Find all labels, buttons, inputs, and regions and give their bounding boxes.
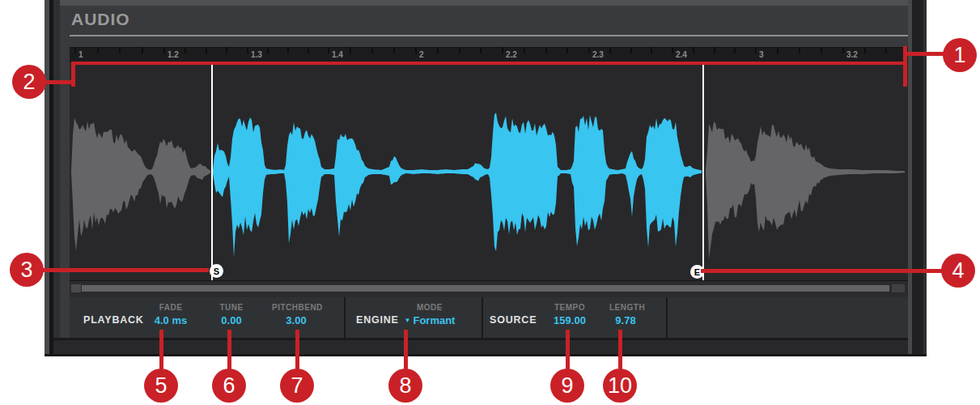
end-marker-line[interactable] — [702, 62, 704, 280]
toolbar-divider — [344, 297, 346, 338]
callout-line-4 — [701, 269, 958, 273]
ruler-label: 1.3 — [251, 50, 262, 59]
ruler-tick — [185, 48, 186, 53]
ruler-tick — [609, 48, 611, 53]
param-label: MODE — [402, 303, 457, 312]
toolbar-section-title-playback: PLAYBACK — [83, 314, 144, 326]
callout-number-9: 9 — [550, 369, 584, 403]
param-length: LENGTH9.78 — [609, 297, 642, 338]
param-label: LENGTH — [609, 303, 642, 312]
ruler-tick — [693, 48, 694, 53]
param-value-dropdown[interactable]: ▼Formant — [402, 314, 457, 326]
waveform-active-region — [213, 113, 702, 258]
timeline-ruler[interactable]: 11.21.31.422.22.32.433.2 — [70, 47, 908, 63]
ruler-tick — [308, 48, 309, 53]
ruler-tick — [672, 48, 673, 53]
ruler-tick — [651, 48, 652, 53]
start-marker-handle[interactable]: S — [210, 264, 223, 278]
param-label: FADE — [152, 303, 189, 312]
ruler-tick — [566, 48, 568, 53]
waveform-svg — [70, 62, 908, 280]
ruler-tick — [502, 48, 503, 53]
audio-plugin-screenshot: AUDIO 11.21.31.422.22.32.433.2 S E PLAYB… — [0, 0, 980, 405]
param-mode: MODE▼Formant — [402, 297, 457, 338]
ruler-tick — [524, 48, 525, 53]
waveform-leading-inactive — [71, 117, 210, 251]
ruler-tick — [842, 48, 844, 53]
callout-bracket-top — [71, 62, 907, 65]
ruler-label: 3 — [759, 50, 764, 59]
ruler-tick — [437, 48, 439, 53]
ruler-tick — [821, 48, 822, 53]
panel-bottom-border — [53, 340, 908, 354]
ruler-tick — [371, 48, 373, 53]
param-value[interactable]: 4.0 ms — [152, 314, 189, 326]
ruler-tick — [714, 48, 715, 53]
param-value[interactable]: 3.00 — [272, 314, 320, 326]
ruler-tick — [393, 48, 395, 53]
ruler-label: 3.2 — [846, 50, 858, 59]
page-title: AUDIO — [71, 10, 130, 29]
ruler-tick — [226, 48, 227, 53]
ruler-tick — [459, 48, 460, 53]
ruler-tick — [799, 48, 800, 53]
ruler-tick — [287, 48, 289, 53]
waveform-trailing-inactive — [706, 122, 905, 259]
param-value[interactable]: 159.00 — [550, 314, 589, 326]
ruler-tick — [119, 48, 121, 53]
ruler-tick — [545, 48, 547, 53]
callout-number-4: 4 — [941, 254, 975, 288]
scrollbar-thumb[interactable] — [82, 285, 889, 292]
callout-number-7: 7 — [280, 369, 314, 403]
ruler-tick — [206, 48, 207, 53]
ruler-label: 2.2 — [506, 50, 517, 59]
param-tempo: TEMPO159.00 — [550, 297, 589, 338]
scrollbar-left-cap[interactable] — [71, 284, 81, 292]
ruler-tick — [267, 48, 269, 53]
start-marker-line[interactable] — [211, 62, 213, 280]
param-label: TEMPO — [550, 303, 589, 312]
ruler-label: 1.4 — [332, 50, 343, 59]
scrollbar-right-handle[interactable] — [892, 284, 905, 292]
ruler-tick — [350, 48, 351, 53]
ruler-tick — [588, 48, 590, 53]
ruler-label: 1.2 — [168, 50, 179, 59]
param-value[interactable]: 9.78 — [609, 314, 642, 326]
toolbar-divider — [666, 297, 668, 338]
param-tune: TUNE0.00 — [217, 297, 246, 338]
ruler-tick — [247, 48, 248, 53]
toolbar-section-title-engine: ENGINE — [356, 314, 399, 326]
callout-number-5: 5 — [144, 369, 178, 403]
waveform-display[interactable] — [70, 62, 908, 280]
param-label: TUNE — [217, 303, 246, 312]
ruler-tick — [74, 48, 76, 53]
ruler-tick — [142, 48, 143, 53]
callout-number-3: 3 — [10, 253, 44, 287]
callout-number-6: 6 — [212, 369, 246, 403]
param-label: PITCHBEND — [272, 303, 320, 312]
param-fade: FADE4.0 ms — [152, 297, 189, 338]
ruler-tick — [480, 48, 482, 53]
panel-bottom-edge — [45, 354, 927, 356]
ruler-tick — [630, 48, 632, 53]
ruler-tick — [864, 48, 866, 53]
ruler-label: 1 — [78, 50, 83, 59]
callout-line-3 — [27, 268, 209, 272]
ruler-tick — [415, 48, 417, 53]
parameter-toolbar: PLAYBACKFADE4.0 msTUNE0.00PITCHBEND3.00E… — [70, 297, 908, 338]
ruler-label: 2.3 — [592, 50, 604, 59]
ruler-label: 2 — [419, 50, 424, 59]
panel-top-bevel — [45, 0, 927, 6]
param-value[interactable]: 0.00 — [217, 314, 246, 326]
title-underline — [70, 35, 908, 36]
panel-left-inner-edge — [53, 0, 60, 356]
ruler-tick — [328, 48, 329, 53]
toolbar-section-title-source: SOURCE — [490, 314, 537, 326]
ruler-tick — [885, 48, 887, 53]
callout-number-1: 1 — [943, 38, 977, 72]
ruler-tick — [163, 48, 165, 53]
callout-number-8: 8 — [388, 369, 422, 403]
callout-number-2: 2 — [12, 65, 46, 99]
ruler-tick — [777, 48, 778, 53]
callout-number-10: 10 — [603, 369, 637, 403]
